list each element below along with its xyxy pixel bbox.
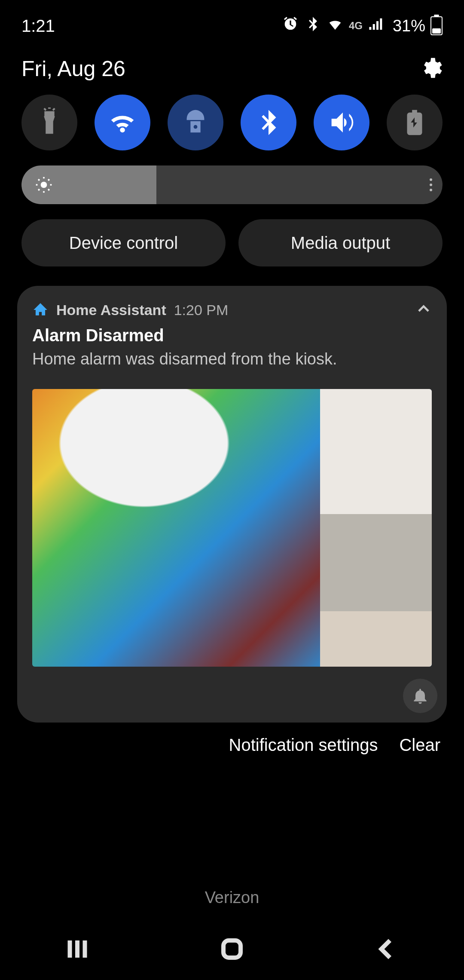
battery-icon [430,16,443,35]
settings-button[interactable] [418,56,443,82]
notification-time: 1:20 PM [174,302,229,318]
brightness-fill [21,165,156,204]
notification-footer: Notification settings Clear [0,723,464,755]
svg-line-8 [48,179,49,181]
notification-image [32,389,432,666]
quick-settings-row [0,95,464,150]
bluetooth-icon [304,15,321,37]
recents-icon [64,936,90,962]
carrier-label: Verizon [0,888,464,907]
navigation-bar [0,920,464,980]
alarm-icon [282,15,299,37]
brightness-slider[interactable] [21,165,443,204]
device-control-button[interactable]: Device control [21,219,226,266]
back-icon [374,936,400,962]
home-assistant-icon [32,302,49,318]
date-row: Fri, Aug 26 [0,52,464,95]
sun-icon [34,175,53,194]
device-control-label: Device control [69,233,178,253]
svg-line-5 [38,179,40,181]
sound-toggle[interactable] [314,95,369,150]
notification-title: Alarm Disarmed [32,326,432,345]
chevron-up-icon [415,301,432,317]
brightness-menu-button[interactable] [430,178,432,191]
svg-rect-12 [223,940,241,958]
svg-line-7 [38,189,40,190]
signal-icon [368,15,385,37]
svg-point-0 [41,182,47,188]
brightness-row [0,150,464,204]
status-icons: 4G 31% [282,15,443,37]
home-button[interactable] [219,936,245,964]
app-lock-toggle[interactable] [168,95,223,150]
flashlight-icon [34,107,64,138]
battery-recycle-icon [400,107,430,138]
notification-app-name: Home Assistant [56,302,166,318]
collapse-button[interactable] [415,301,432,319]
status-time: 1:21 [21,16,55,36]
speaker-icon [327,107,357,138]
home-icon [219,936,245,962]
media-output-label: Media output [291,233,390,253]
notification-card[interactable]: Home Assistant 1:20 PM Alarm Disarmed Ho… [17,286,447,723]
gear-icon [418,56,443,80]
control-pill-row: Device control Media output [0,204,464,266]
recents-button[interactable] [64,936,90,964]
status-bar: 1:21 4G 31% [0,0,464,52]
bell-icon [411,686,430,705]
bluetooth-toggle[interactable] [241,95,296,150]
date-text: Fri, Aug 26 [21,56,125,81]
power-save-toggle[interactable] [387,95,443,150]
notification-header: Home Assistant 1:20 PM [32,301,432,319]
bluetooth-icon [253,107,284,138]
android-lock-icon [180,107,211,138]
wifi-icon [107,107,137,138]
media-output-button[interactable]: Media output [238,219,443,266]
notification-settings-link[interactable]: Notification settings [229,735,378,755]
clear-button[interactable]: Clear [399,735,440,755]
notification-settings-button[interactable] [403,679,437,713]
svg-line-6 [48,189,49,190]
flashlight-toggle[interactable] [21,95,77,150]
wifi-toggle[interactable] [95,95,150,150]
battery-percentage: 31% [393,17,425,35]
network-4g-icon: 4G [349,20,363,32]
notification-body: Home alarm was disarmed from the kiosk. [32,349,432,370]
wifi-icon [327,15,344,37]
back-button[interactable] [374,936,400,964]
